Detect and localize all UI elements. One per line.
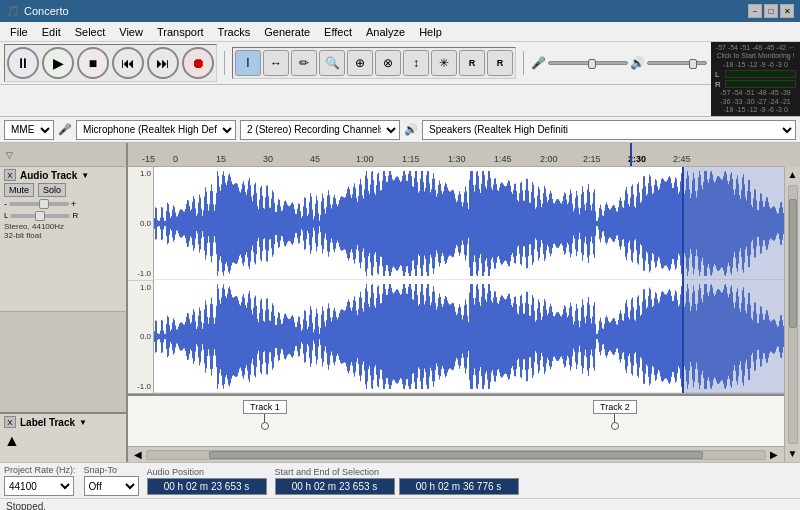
toolbar-separator-2 [523, 51, 524, 75]
pan-l: L [4, 211, 8, 220]
tracks-canvas-area: 1.0 0.0 -1.0 1.0 0.0 -1.0 [128, 167, 784, 462]
horizontal-scrollbar[interactable]: ◀ ▶ [128, 446, 784, 462]
stop-button[interactable]: ■ [77, 47, 109, 79]
zoom-tool[interactable]: 🔍 [319, 50, 345, 76]
label-track-dropdown[interactable]: ▼ [79, 418, 87, 427]
menu-generate[interactable]: Generate [258, 25, 316, 39]
scale-bot-0.0: 0.0 [130, 332, 151, 341]
label-track-name: Label Track [20, 417, 75, 428]
pause-button[interactable]: ⏸ [7, 47, 39, 79]
gain-plus: + [71, 199, 76, 209]
mic-icon: 🎤 [531, 56, 546, 70]
track-header-spacer [0, 312, 126, 412]
scroll-left-btn[interactable]: ◀ [130, 449, 146, 460]
selection-group: Start and End of Selection 00 h 02 m 23 … [275, 467, 519, 495]
menu-file[interactable]: File [4, 25, 34, 39]
menu-edit[interactable]: Edit [36, 25, 67, 39]
status-bar: Project Rate (Hz): 44100 Snap-To Off Aud… [0, 462, 800, 510]
speaker-icon-small: 🔊 [630, 56, 645, 70]
v-scroll-track[interactable] [788, 185, 798, 444]
maximize-button[interactable]: □ [764, 4, 778, 18]
scroll-thumb[interactable] [209, 451, 703, 459]
microphone-select[interactable]: Microphone (Realtek High Defini [76, 120, 236, 140]
main-content: ▽ -15 0 15 30 45 1:00 1:15 1:30 1:45 2:0… [0, 143, 800, 462]
snap-to-label: Snap-To [84, 465, 139, 475]
menu-view[interactable]: View [113, 25, 149, 39]
label-track-close[interactable]: X [4, 416, 16, 428]
status-message: Stopped. [0, 499, 800, 510]
label-marker-2[interactable]: Track 2 [593, 400, 637, 430]
play-button[interactable]: ▶ [42, 47, 74, 79]
menu-analyze[interactable]: Analyze [360, 25, 411, 39]
pan-r: R [72, 211, 78, 220]
selection-tool[interactable]: I [235, 50, 261, 76]
audio-track-name: Audio Track [20, 170, 77, 181]
sel-end-value[interactable]: 00 h 02 m 36 776 s [399, 478, 519, 495]
multi-tool[interactable]: ✳ [431, 50, 457, 76]
vertical-scrollbar[interactable]: ▲ ▼ [784, 167, 800, 462]
audio-track-dropdown[interactable]: ▼ [81, 171, 89, 180]
zoom-tool-v[interactable]: ↔ [263, 50, 289, 76]
solo-button[interactable]: Solo [38, 183, 66, 197]
menu-effect[interactable]: Effect [318, 25, 358, 39]
label-track-canvas[interactable]: Track 1 Track 2 [128, 394, 784, 446]
audio-track-close[interactable]: X [4, 169, 16, 181]
app: 🎵 Concerto − □ ✕ File Edit Select View T… [0, 0, 800, 510]
label-text-2[interactable]: Track 2 [593, 400, 637, 414]
v-scroll-thumb[interactable] [789, 199, 797, 327]
scroll-track[interactable] [146, 450, 766, 460]
time-shift-tool[interactable]: ↕ [403, 50, 429, 76]
skip-back-button[interactable]: ⏮ [112, 47, 144, 79]
gain-slider[interactable] [9, 202, 69, 206]
audio-pos-value[interactable]: 00 h 02 m 23 653 s [147, 478, 267, 495]
snap-to-group: Snap-To Off [84, 465, 139, 496]
meter-l-label: L [715, 70, 723, 79]
zoom-out-tool[interactable]: ⊗ [375, 50, 401, 76]
menu-transport[interactable]: Transport [151, 25, 210, 39]
minimize-button[interactable]: − [748, 4, 762, 18]
scale-bot-1.0b: -1.0 [130, 382, 151, 391]
label-text-1[interactable]: Track 1 [243, 400, 287, 414]
pan-slider[interactable] [10, 214, 70, 218]
gain-slider-thumb[interactable] [588, 59, 596, 69]
audio-track-header: X Audio Track ▼ Mute Solo - + [0, 167, 126, 312]
skip-fwd-button[interactable]: ⏭ [147, 47, 179, 79]
ruler-left-pad: ▽ [0, 143, 128, 167]
r-button[interactable]: R [487, 50, 513, 76]
selection-label: Start and End of Selection [275, 467, 519, 477]
snap-to-select[interactable]: Off [84, 476, 139, 496]
project-rate-select[interactable]: 44100 [4, 476, 74, 496]
scale-top-1.0: 1.0 [130, 169, 151, 178]
menu-help[interactable]: Help [413, 25, 448, 39]
waveform-canvas[interactable] [154, 167, 784, 393]
label-marker-1[interactable]: Track 1 [243, 400, 287, 430]
channels-select[interactable]: 2 (Stereo) Recording Channels [240, 120, 400, 140]
ruler[interactable]: -15 0 15 30 45 1:00 1:15 1:30 1:45 2:00 … [128, 143, 784, 167]
record-button[interactable]: ⏺ [182, 47, 214, 79]
label-circle-2 [611, 422, 619, 430]
zoom-in-tool[interactable]: ⊕ [347, 50, 373, 76]
app-title: 🎵 Concerto [6, 5, 69, 18]
gain-minus: - [4, 199, 7, 209]
driver-select[interactable]: MME [4, 120, 54, 140]
ruler-vscroll-pad [784, 143, 800, 167]
menu-select[interactable]: Select [69, 25, 112, 39]
label-circle-1 [261, 422, 269, 430]
scroll-down-btn[interactable]: ▼ [785, 446, 801, 462]
speakers-select[interactable]: Speakers (Realtek High Definiti [422, 120, 796, 140]
close-button[interactable]: ✕ [780, 4, 794, 18]
mute-button[interactable]: Mute [4, 183, 34, 197]
toolbar-separator-1 [224, 51, 225, 75]
menu-tracks[interactable]: Tracks [212, 25, 257, 39]
ruler-arrow: ▽ [6, 150, 13, 160]
audio-waveform-area[interactable]: 1.0 0.0 -1.0 1.0 0.0 -1.0 [128, 167, 784, 394]
status-text: Stopped. [6, 501, 46, 510]
label-track-arrow[interactable]: ▲ [4, 432, 20, 449]
scroll-up-btn[interactable]: ▲ [785, 167, 801, 183]
l-button[interactable]: R [459, 50, 485, 76]
meter-scale-top: -57 -54 -51 -48 -45 -42 ← Click to Start… [716, 44, 795, 68]
scroll-right-btn[interactable]: ▶ [766, 449, 782, 460]
sel-start-value[interactable]: 00 h 02 m 23 653 s [275, 478, 395, 495]
draw-tool[interactable]: ✏ [291, 50, 317, 76]
output-slider-thumb[interactable] [689, 59, 697, 69]
